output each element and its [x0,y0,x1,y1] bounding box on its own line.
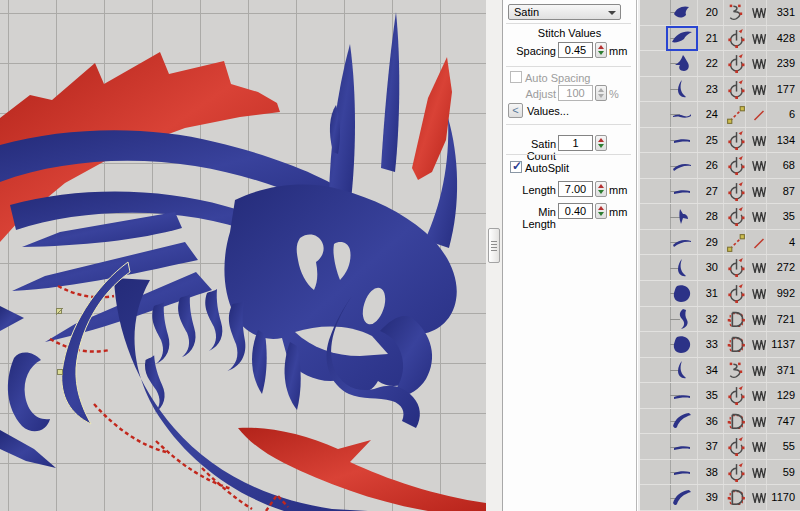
object-list-row[interactable]: 29 4 [640,230,800,256]
object-thumbnail [667,103,697,126]
object-thumbnail [667,129,697,152]
object-type-icon [725,257,747,279]
stitch-count: 129 [764,389,795,401]
object-number: 21 [698,32,718,44]
divider [506,23,631,24]
stitch-count: 59 [764,466,795,478]
object-thumbnail [667,231,697,254]
object-list-row[interactable]: 20 331 [640,0,800,26]
stitch-count: 4 [764,236,795,248]
object-number: 39 [698,491,718,503]
object-list-row[interactable]: 27 87 [640,179,800,205]
stitch-count: 35 [764,210,795,222]
object-list-row[interactable]: 39 1170 [640,485,800,511]
object-type-icon [725,28,747,50]
length-unit: mm [609,184,627,196]
stitch-count: 331 [764,6,795,18]
object-number: 20 [698,6,718,18]
adjust-stepper[interactable] [595,85,607,101]
stitch-type-dropdown[interactable]: Satin [508,4,621,20]
object-list-row[interactable]: 32 721 [640,307,800,333]
stitch-count: 6 [764,108,795,120]
splitter-handle[interactable] [488,228,500,263]
object-list-row[interactable]: 23 177 [640,77,800,103]
design-canvas[interactable] [0,0,486,511]
adjust-input[interactable]: 100 [558,85,593,101]
satin-count-stepper[interactable] [595,135,607,151]
adjust-label: Adjust [504,88,556,100]
object-list-row[interactable]: 34 371 [640,358,800,384]
stitch-count: 272 [764,261,795,273]
pane-splitter [486,0,503,511]
object-list-row[interactable]: 28 35 [640,204,800,230]
object-list-row[interactable]: 21 428 [640,26,800,52]
stitch-count: 721 [764,313,795,325]
object-type-icon [725,462,747,484]
stitch-count: 68 [764,159,795,171]
auto-split-label: AutoSplit [525,162,569,174]
object-list-row[interactable]: 30 272 [640,255,800,281]
object-type-icon [725,232,747,254]
object-number: 25 [698,134,718,146]
stitch-count: 371 [764,364,795,376]
stitch-count: 239 [764,57,795,69]
stitch-count: 747 [764,415,795,427]
object-list-row[interactable]: 38 59 [640,460,800,486]
object-list-row[interactable]: 37 55 [640,434,800,460]
auto-split-checkbox[interactable] [510,161,522,173]
object-thumbnail [667,410,697,433]
object-list-row[interactable]: 22 239 [640,51,800,77]
node-handle[interactable] [56,308,62,314]
min-length-unit: mm [609,206,627,218]
values-label: Values... [527,105,569,117]
stitch-count: 428 [764,32,795,44]
spacing-stepper[interactable] [595,42,607,58]
stitch-count: 1170 [764,491,795,503]
object-thumbnail [667,282,697,305]
object-list-row[interactable]: 24 6 [640,102,800,128]
object-number: 29 [698,236,718,248]
stitch-count: 1137 [764,338,795,350]
object-list-row[interactable]: 25 134 [640,128,800,154]
spacing-input[interactable]: 0.45 [558,42,593,58]
object-number: 26 [698,159,718,171]
object-list-row[interactable]: 35 129 [640,383,800,409]
object-thumbnail [667,205,697,228]
object-thumbnail [667,180,697,203]
object-type-icon [725,53,747,75]
object-list-row[interactable]: 26 68 [640,153,800,179]
spacing-label: Spacing [504,45,556,57]
adjust-unit: % [609,88,619,100]
object-thumbnail [667,308,697,331]
object-thumbnail [667,435,697,458]
object-number: 24 [698,108,718,120]
object-thumbnail [667,384,697,407]
object-type-icon [725,283,747,305]
object-list: 20 331 21 428 22 239 [638,0,800,511]
stitch-count: 134 [764,134,795,146]
min-length-input[interactable]: 0.40 [558,203,593,219]
min-length-stepper[interactable] [595,203,607,219]
object-number: 32 [698,313,718,325]
length-input[interactable]: 7.00 [558,181,593,197]
object-type-icon [725,181,747,203]
object-thumbnail [667,1,697,24]
object-type-icon [725,334,747,356]
object-list-row[interactable]: 33 1137 [640,332,800,358]
length-stepper[interactable] [595,181,607,197]
object-type-icon [725,104,747,126]
node-handle[interactable] [57,369,63,375]
divider [506,124,631,125]
object-list-row[interactable]: 31 992 [640,281,800,307]
divider [506,66,631,67]
object-number: 37 [698,440,718,452]
object-type-icon [725,487,747,509]
object-thumbnail [667,52,697,75]
object-type-icon [725,79,747,101]
values-expand-button[interactable]: < [508,103,523,118]
auto-spacing-label: Auto Spacing [525,72,590,84]
object-list-row[interactable]: 36 747 [640,409,800,435]
object-number: 31 [698,287,718,299]
auto-spacing-checkbox[interactable] [510,71,522,83]
satin-count-input[interactable]: 1 [558,135,593,151]
